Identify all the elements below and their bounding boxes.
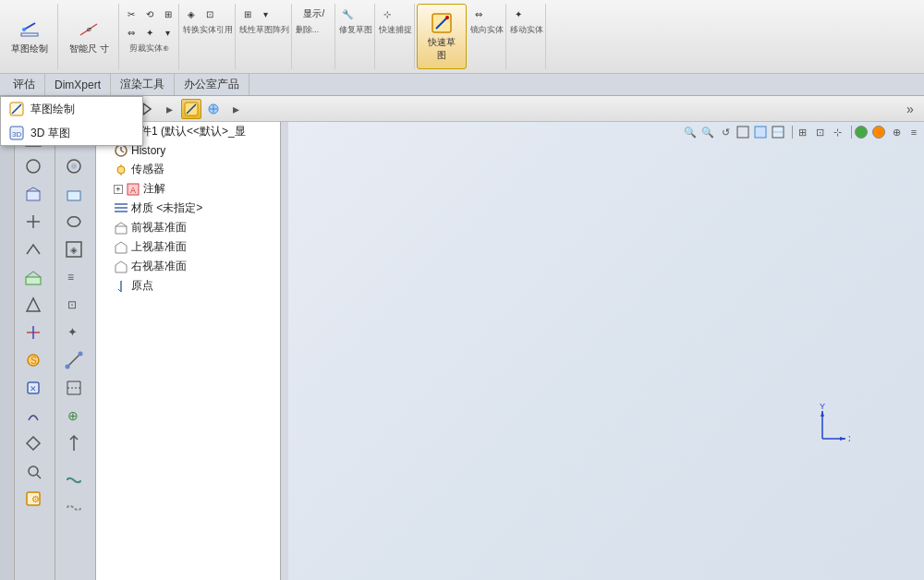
icon2-btn-7[interactable]: ⊡ — [57, 292, 91, 318]
view-btn7[interactable]: ⊕ — [888, 124, 905, 140]
icon2-btn-10[interactable] — [57, 375, 91, 401]
icon-panel: S ✕ ⚙ — [15, 122, 55, 580]
tree-annotations[interactable]: + A 注解 — [96, 179, 280, 199]
rotate-btn[interactable]: ↺ — [717, 124, 734, 140]
icon2-btn-3[interactable] — [57, 181, 91, 207]
tree-top-plane[interactable]: 上视基准面 — [96, 237, 280, 257]
tab-dimxpert[interactable]: DimXpert — [45, 74, 111, 95]
ref-btn[interactable]: ◈ — [183, 6, 200, 22]
quick-sketch-group[interactable]: 快速草图 — [417, 4, 467, 69]
equal-btn[interactable]: ⊞ — [160, 6, 176, 22]
tb2-btn9[interactable] — [203, 99, 224, 119]
move-solid-btn[interactable]: ✦ — [510, 6, 527, 22]
tree-origin[interactable]: 原点 — [96, 276, 280, 296]
sketch-dropdown-menu: 草图绘制 3D 3D 草图 — [0, 96, 143, 146]
convert-btn[interactable]: ⟲ — [141, 6, 158, 22]
svg-line-51 — [67, 354, 80, 367]
dropdown-3d-sketch[interactable]: 3D 3D 草图 — [1, 121, 142, 145]
arr-down2[interactable]: ▾ — [258, 6, 274, 22]
icon-btn-9[interactable]: S — [17, 347, 50, 373]
dropdown-sketch-draw-icon — [8, 101, 25, 117]
tree-front-plane[interactable]: 前视基准面 — [96, 218, 280, 237]
annotations-expand[interactable]: + — [114, 185, 123, 194]
icon2-btn-2[interactable] — [57, 153, 91, 179]
icon2-btn-5[interactable]: ◈ — [57, 236, 91, 262]
icon-btn-12[interactable] — [17, 430, 50, 456]
repair-btn[interactable]: 🔧 — [339, 6, 356, 22]
view-btn5[interactable]: ⊡ — [811, 124, 828, 140]
color-green-btn[interactable] — [853, 124, 869, 140]
zoom-in-btn[interactable]: 🔍 — [682, 124, 699, 140]
linear-btn[interactable]: ⊡ — [201, 6, 218, 22]
show-del-btn[interactable]: 显示/ — [296, 6, 333, 22]
svg-text:✕: ✕ — [30, 384, 37, 393]
view-btn2[interactable] — [752, 124, 769, 140]
tree-sensors[interactable]: 传感器 — [96, 160, 280, 179]
tab-evaluate[interactable]: 评估 — [4, 74, 45, 95]
tb2-active-btn[interactable] — [181, 99, 201, 119]
svg-point-7 — [445, 16, 449, 19]
tree-right-plane[interactable]: 右视基准面 — [96, 257, 280, 276]
icon-btn-7[interactable] — [17, 292, 50, 318]
view-btn6[interactable]: ⊹ — [829, 124, 845, 140]
icon-btn-3[interactable] — [17, 181, 50, 207]
icon-btn-5[interactable] — [17, 236, 50, 262]
mirror-solid-btn[interactable]: ⇔ — [470, 6, 487, 22]
icon2-btn-6[interactable]: ≡ — [57, 264, 91, 290]
svg-point-53 — [79, 352, 83, 356]
icon-btn-8[interactable] — [17, 320, 50, 345]
icon-btn-14[interactable]: ⚙ — [17, 486, 50, 512]
icon-btn-6[interactable] — [17, 264, 50, 290]
move-btn[interactable]: ✦ — [141, 24, 158, 41]
view-btn3[interactable] — [770, 124, 786, 140]
color-orange-btn[interactable] — [870, 124, 887, 140]
quick-capture-btn[interactable]: ⊹ — [379, 6, 395, 22]
svg-point-44 — [71, 163, 77, 169]
sketch-draw-group[interactable]: 草图绘制 — [2, 4, 58, 69]
smart-dim-group[interactable]: ⌀ 智能尺 寸 — [60, 4, 119, 69]
svg-marker-35 — [27, 437, 40, 450]
tab-render-tools[interactable]: 渲染工具 — [111, 74, 175, 95]
icon2-btn-chain2[interactable] — [57, 495, 91, 521]
icon2-btn-chain[interactable] — [57, 467, 91, 493]
icon-btn-11[interactable] — [17, 403, 50, 429]
viewport-top-right: 🔍 🔍 ↺ ⊞ ⊡ ⊹ ⊕ ≡ — [682, 124, 922, 140]
icon-btn-10[interactable]: ✕ — [17, 375, 50, 401]
tab-office-products[interactable]: 办公室产品 — [175, 74, 249, 95]
icon-btn-13[interactable] — [17, 458, 50, 484]
trim-btn[interactable]: ✂ — [123, 6, 140, 22]
smart-dim-btn[interactable]: ⌀ 智能尺 寸 — [66, 17, 113, 57]
tree-material[interactable]: 材质 <未指定> — [96, 199, 280, 218]
array-btn1[interactable]: ⊞ — [239, 6, 256, 22]
svg-text:X: X — [848, 434, 850, 443]
view-more-btn[interactable]: ≡ — [906, 124, 922, 140]
quick-sketch-btn[interactable]: 快速草图 — [423, 10, 460, 64]
mirror-btn[interactable]: ⇔ — [123, 24, 140, 41]
zoom-out-btn[interactable]: 🔍 — [699, 124, 716, 140]
arr-down1[interactable]: ▾ — [160, 24, 176, 41]
view-btn1[interactable] — [735, 124, 751, 140]
icon2-btn-11[interactable]: ⊕ — [57, 403, 91, 429]
svg-line-60 — [121, 151, 124, 152]
sketch-draw-btn[interactable]: 草图绘制 — [7, 17, 52, 57]
show-del-label: 删除... — [296, 24, 333, 36]
right-plane-icon — [114, 260, 128, 274]
axis-indicator: Y X — [813, 402, 850, 451]
svg-rect-21 — [27, 191, 40, 200]
icon2-btn-9[interactable] — [57, 347, 91, 373]
dropdown-3d-sketch-icon: 3D — [8, 125, 25, 141]
quick-sketch-icon — [431, 12, 453, 34]
icon-btn-2[interactable] — [17, 153, 50, 179]
icon2-btn-12[interactable] — [57, 430, 91, 456]
icon2-btn-8[interactable]: ✦ — [57, 320, 91, 345]
tb2-btn10[interactable]: ▸ — [225, 99, 246, 119]
mirror-label: 镜向实体 — [470, 24, 504, 36]
icon2-btn-4[interactable] — [57, 209, 91, 235]
tb2-btn-dropdown[interactable]: ▸ — [159, 99, 179, 119]
front-plane-icon — [114, 221, 128, 236]
tb2-more-btn[interactable]: » — [900, 99, 920, 119]
view-btn4[interactable]: ⊞ — [794, 124, 810, 140]
dropdown-sketch-draw[interactable]: 草图绘制 — [1, 97, 142, 121]
icon-btn-4[interactable] — [17, 209, 50, 235]
svg-rect-26 — [26, 277, 41, 284]
